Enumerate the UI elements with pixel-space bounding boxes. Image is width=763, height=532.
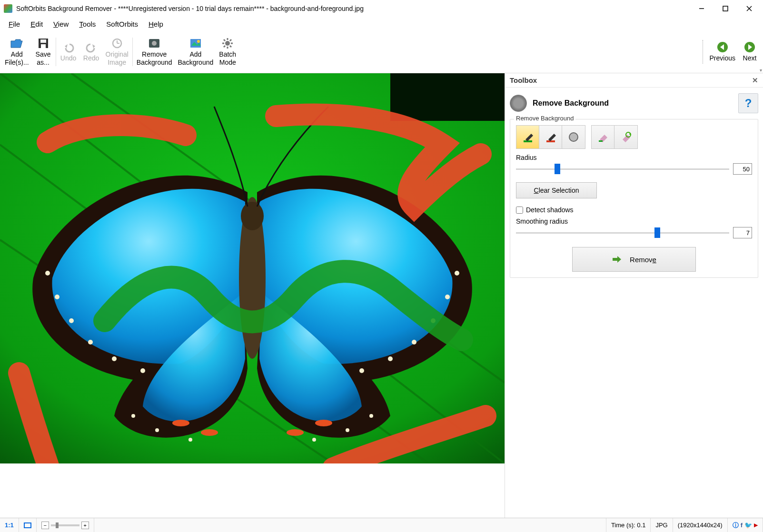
svg-point-47 [315,420,332,426]
toolbox-body: Remove Background ? Remove Background [505,88,763,284]
titlebar: SoftOrbits Background Remover - ****Unre… [0,0,763,17]
status-time: Time (s): 0.1 [606,518,651,532]
detect-shadows-checkbox[interactable]: Detect shadows [516,206,752,214]
smoothing-input[interactable] [733,227,752,238]
save-as-button[interactable]: Save as... [32,33,55,71]
detect-shadows-input[interactable] [516,207,523,214]
maximize-button[interactable] [713,0,737,17]
svg-line-22 [224,46,225,47]
undo-button[interactable]: Undo [57,33,80,71]
svg-point-33 [455,271,459,276]
menu-edit[interactable]: Edit [27,19,47,29]
zoom-in-icon[interactable]: + [81,522,89,529]
facebook-icon[interactable]: f [741,522,743,529]
svg-line-21 [230,39,231,41]
svg-line-19 [224,39,225,41]
red-marker-tool[interactable] [539,126,562,148]
zoom-control[interactable]: − + [37,518,94,532]
arrow-right-icon [612,255,622,264]
clock-icon [110,37,124,49]
svg-point-40 [155,428,159,432]
gear-icon [220,37,235,49]
svg-point-30 [88,340,93,345]
radius-input[interactable] [733,163,752,175]
svg-point-36 [412,340,416,345]
next-button[interactable]: Next [738,33,761,71]
youtube-icon[interactable]: ▶ [754,522,758,528]
menu-softorbits[interactable]: SoftOrbits [102,19,142,29]
svg-rect-56 [24,523,31,528]
svg-point-31 [112,356,117,361]
add-files-button[interactable]: Add File(s)... [2,33,32,71]
svg-point-11 [152,41,157,46]
redo-icon [84,41,99,53]
remove-background-group: Remove Background Radius [510,119,758,278]
image-canvas[interactable] [0,73,505,518]
menu-file[interactable]: File [5,19,24,29]
smoothing-slider[interactable] [516,228,729,237]
batch-mode-button[interactable]: Batch Mode [216,33,239,71]
close-button[interactable] [737,0,761,17]
svg-rect-6 [41,44,46,48]
redo-button[interactable]: Redo [80,33,103,71]
previous-button[interactable]: Previous [707,33,738,71]
svg-point-48 [287,429,304,436]
smoothing-label: Smoothing radius [516,217,752,225]
eraser-tool[interactable] [562,126,585,148]
detect-shadows-label: Detect shadows [526,206,574,214]
svg-line-20 [230,46,231,47]
toolbox-title: Toolbox [510,76,537,84]
menubar: File Edit View Tools SoftOrbits Help [0,17,763,30]
svg-point-46 [201,429,218,436]
right-panel: Toolbox ✕ Remove Background ? Remove Bac… [505,73,763,518]
twitter-icon[interactable]: 🐦 [744,522,752,529]
clear-selection-button[interactable]: Clear Selection [516,182,597,198]
save-icon [36,37,50,49]
add-background-button[interactable]: Add Background [175,33,217,71]
svg-rect-54 [599,140,603,142]
redo-label: Redo [83,54,99,62]
svg-rect-26 [390,73,505,121]
marker-tool-row [516,125,752,149]
toolbox-close-icon[interactable]: ✕ [752,76,758,85]
minimize-button[interactable] [690,0,713,17]
svg-point-14 [225,41,230,46]
remove-button[interactable]: Remove [572,247,696,272]
help-button[interactable]: ? [738,93,758,113]
radius-slider[interactable] [516,164,729,174]
menu-help[interactable]: Help [145,19,167,29]
remove-bg-icon [147,37,161,49]
statusbar: 1:1 − + Time (s): 0.1 JPG (1920x1440x24)… [0,518,763,532]
next-label: Next [743,54,757,62]
green-marker-tool[interactable] [516,126,539,148]
app-icon [4,4,12,13]
original-image-button[interactable]: Original Image [103,33,131,71]
add-files-label: Add File(s)... [5,50,29,66]
add-background-label: Add Background [178,50,214,66]
toolbar-overflow-icon[interactable]: ▾ [760,68,762,73]
svg-point-39 [131,414,135,418]
menu-tools[interactable]: Tools [75,19,99,29]
remove-background-button[interactable]: Remove Background [134,33,175,71]
info-icon[interactable]: ⓘ [733,521,739,530]
group-label: Remove Background [514,115,575,122]
svg-point-42 [369,414,373,418]
undo-label: Undo [60,54,76,62]
svg-point-28 [55,295,59,299]
social-links: ⓘ f 🐦 ▶ [728,518,763,532]
add-bg-icon [188,37,203,49]
workarea: Toolbox ✕ Remove Background ? Remove Bac… [0,73,763,518]
menu-view[interactable]: View [50,19,72,29]
svg-point-27 [45,271,50,276]
zoom-out-icon[interactable]: − [41,522,49,529]
svg-point-37 [388,356,393,361]
refresh-tool[interactable] [614,126,637,148]
svg-point-44 [312,438,316,442]
svg-rect-5 [40,39,46,43]
zoom-ratio[interactable]: 1:1 [0,518,19,532]
fit-screen-button[interactable] [19,518,37,532]
batch-mode-label: Batch Mode [219,50,236,66]
eraser-green-tool[interactable] [592,126,614,148]
arrow-left-icon [715,41,730,53]
svg-point-53 [569,133,578,141]
